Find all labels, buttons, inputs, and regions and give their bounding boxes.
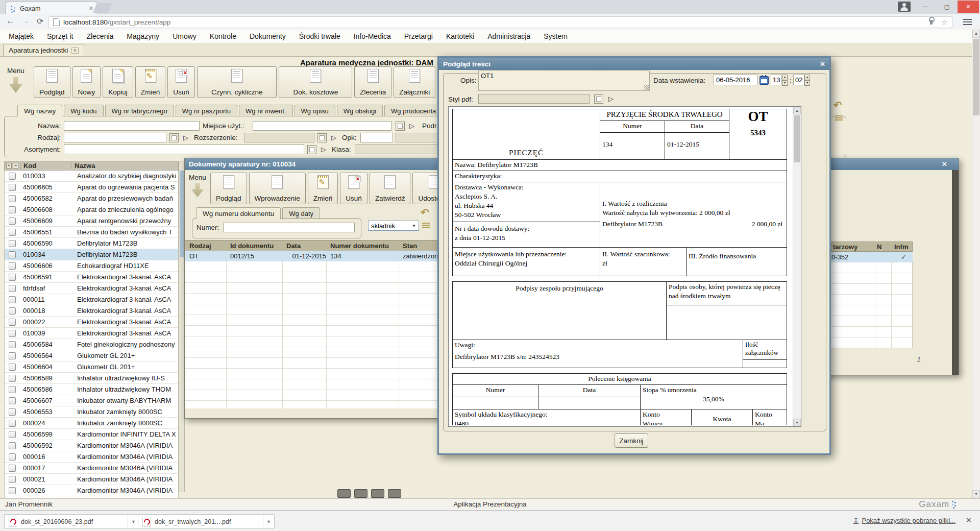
table-row[interactable]: 000016 Kardiomonitor M3046A (VIRIDIA: [5, 451, 178, 463]
row-checkbox[interactable]: [5, 341, 20, 348]
lookup-button[interactable]: [317, 133, 327, 142]
menu-item[interactable]: Zlecenia: [80, 32, 120, 40]
row-checkbox[interactable]: [5, 206, 20, 213]
scroll-up-icon[interactable]: ▲: [972, 30, 980, 38]
app-tab-close-icon[interactable]: ✕: [71, 47, 79, 54]
url-input[interactable]: localhost:8180/gxstart_prezent/app ☆: [48, 16, 952, 28]
main-menu-button[interactable]: Menu: [7, 67, 24, 93]
table-row[interactable]: 45006604 Glukometr GL 201+: [5, 361, 178, 373]
table-row[interactable]: 010034 Defibrylator M1723B: [5, 249, 178, 260]
forward-icon[interactable]: →: [21, 16, 30, 26]
table-row[interactable]: 45006606 Echokardiograf HD11XE: [5, 260, 178, 272]
hour-input[interactable]: 13: [771, 75, 782, 85]
row-checkbox[interactable]: [5, 442, 20, 449]
row-checkbox[interactable]: [5, 431, 20, 438]
download-item[interactable]: dok_sr_trwalych_201....pdf ▼: [138, 514, 275, 529]
table-row[interactable]: 000024 Inkubator zamknięty 8000SC: [5, 418, 178, 429]
tab-close-icon[interactable]: ✕: [89, 6, 93, 11]
dialog-close-icon[interactable]: ✕: [820, 60, 825, 68]
table-row[interactable]: 000017 Kardiomonitor M3046A (VIRIDIA: [5, 463, 178, 474]
new-tab-button[interactable]: [93, 3, 112, 13]
scroll-up-icon[interactable]: ▲: [793, 107, 801, 114]
table-row[interactable]: 45006609 Aparat rentgenowski przewoźny: [5, 215, 178, 227]
table-row[interactable]: 45006608 Aparat do znieczulenia ogólnego: [5, 204, 178, 215]
maximize-button[interactable]: ▢: [936, 1, 958, 13]
list-icon[interactable]: [422, 223, 430, 228]
filter-tab[interactable]: Wg nazwy: [17, 105, 62, 116]
row-checkbox[interactable]: [5, 465, 20, 472]
row-checkbox[interactable]: [5, 296, 20, 303]
hour-stepper[interactable]: ▲▼: [782, 75, 788, 85]
table-row[interactable]: 45006564 Glukometr GL 201+: [5, 350, 178, 361]
miejsce-input[interactable]: [253, 121, 391, 131]
row-checkbox[interactable]: [5, 476, 20, 483]
toolbar-button[interactable]: Zmień: [308, 173, 338, 204]
filter-tab[interactable]: Wg nr inwent.: [239, 105, 292, 116]
toolbar-button[interactable]: Dok. kosztowe: [279, 66, 352, 98]
lookup-button[interactable]: [396, 122, 405, 131]
rodzaj-input[interactable]: [64, 133, 166, 142]
table-row[interactable]: 000018 Elektrokardiograf 3-kanał. AsCA: [5, 305, 178, 317]
table-row[interactable]: 010039 Elektrokardiograf 3-kanał. AsCA: [5, 328, 178, 339]
dialog-titlebar[interactable]: Podgląd treści ✕: [439, 58, 829, 70]
run-button[interactable]: ▷: [608, 95, 614, 102]
profile-icon[interactable]: [898, 2, 911, 12]
menu-item[interactable]: Info-Medica: [347, 32, 398, 40]
toolbar-button[interactable]: Podgląd: [34, 66, 70, 98]
row-checkbox[interactable]: [5, 195, 20, 202]
toolbar-button[interactable]: Zmień: [135, 66, 166, 98]
date-input[interactable]: 06-05-2016: [714, 75, 757, 85]
go-button[interactable]: ▷: [321, 146, 326, 153]
numer-column[interactable]: Numer dokumentu: [326, 242, 399, 250]
table-row[interactable]: 45006605 Aparat do ogrzewania pacjenta S: [5, 182, 178, 193]
scroll-down-icon[interactable]: ▼: [972, 490, 980, 498]
table-row[interactable]: 45006591 Elektrokardiograf 3-kanał. AsCA: [5, 272, 178, 283]
kod-column-header[interactable]: Kod: [20, 162, 71, 170]
back-icon[interactable]: ←: [6, 16, 14, 26]
row-checkbox[interactable]: [5, 218, 20, 225]
row-checkbox[interactable]: [5, 229, 20, 236]
rodzaj-column[interactable]: Rodzaj: [185, 242, 226, 250]
undo-icon[interactable]: ↶: [421, 207, 429, 218]
menu-item[interactable]: System: [537, 32, 574, 40]
menu-item[interactable]: Umowy: [166, 32, 203, 40]
tab-aparatura-jednostki[interactable]: Aparatura jednostki ✕: [3, 44, 84, 56]
menu-item[interactable]: Środki trwałe: [292, 32, 347, 40]
browser-menu-icon[interactable]: [963, 19, 972, 25]
go-button[interactable]: ▷: [183, 134, 188, 141]
toolbar-button[interactable]: Zatwierdź: [370, 173, 411, 204]
page-scrollbar[interactable]: ▲ ▼: [972, 30, 980, 498]
nazwa-input[interactable]: [64, 121, 200, 131]
menu-item[interactable]: Dokumenty: [243, 32, 292, 40]
row-checkbox[interactable]: [5, 240, 20, 247]
table-row[interactable]: 45006599 Kardiomonitor INFINITY DELTA X: [5, 429, 178, 440]
toolbar-button[interactable]: Nowy: [72, 66, 101, 98]
id-column[interactable]: Id dokumentu: [226, 242, 282, 250]
row-checkbox[interactable]: [5, 285, 20, 292]
row-checkbox[interactable]: [5, 173, 20, 180]
row-checkbox[interactable]: [5, 184, 20, 191]
toolbar-button[interactable]: Czynn. cykliczne: [197, 66, 277, 98]
menu-item[interactable]: Kontrole: [203, 32, 243, 40]
table-row[interactable]: 45006586 Inhalator ultradźwiękowy THOM: [5, 384, 178, 395]
table-row[interactable]: 000026 Kardiomonitor M3046A (VIRIDIA: [5, 485, 178, 496]
expand-collapse-header[interactable]: +−: [5, 163, 20, 168]
minute-input[interactable]: 02: [793, 75, 804, 85]
infm-column[interactable]: Infm: [891, 243, 912, 251]
n-column[interactable]: N: [875, 243, 891, 251]
table-row[interactable]: 45006590 Defibrylator M1723B: [5, 238, 178, 249]
skladnik-select[interactable]: składnik ▼: [368, 221, 419, 231]
zamknij-button[interactable]: Zamknij: [615, 433, 648, 448]
table-row[interactable]: 45006584 Fotel ginekologiczny podnoszony: [5, 339, 178, 350]
nazwa-column-header[interactable]: Nazwa: [71, 162, 178, 170]
documents-menu-button[interactable]: Menu: [189, 174, 206, 197]
go-button[interactable]: ▷: [409, 123, 414, 129]
row-checkbox[interactable]: [5, 330, 20, 337]
menu-item[interactable]: Majątek: [2, 32, 40, 40]
star-icon[interactable]: ☆: [941, 18, 948, 26]
calendar-icon[interactable]: [760, 76, 769, 85]
filter-tab[interactable]: Wg opisu: [295, 105, 335, 116]
row-checkbox[interactable]: [5, 375, 20, 382]
opk-input[interactable]: [360, 133, 393, 142]
row-checkbox[interactable]: [5, 307, 20, 315]
